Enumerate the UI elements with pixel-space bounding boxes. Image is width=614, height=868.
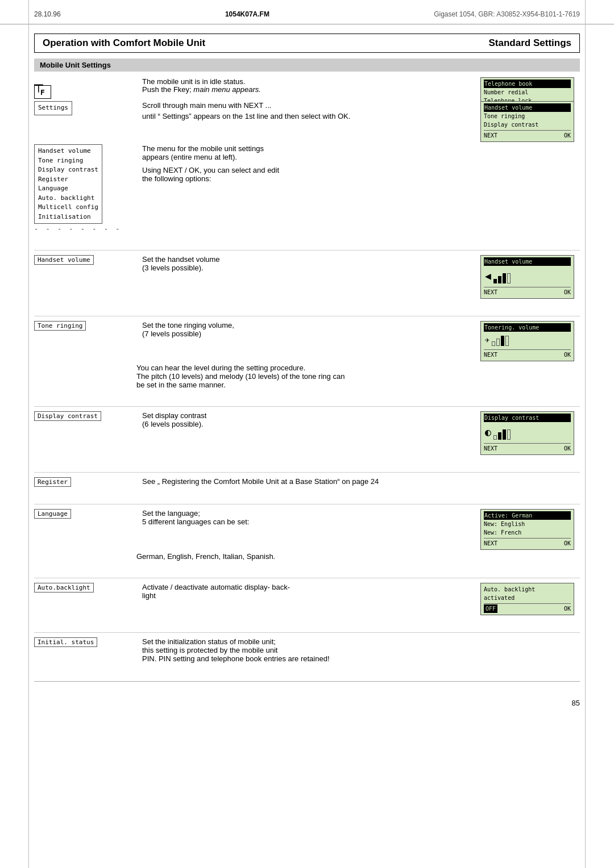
fkey-text: Push the Fkey; main menu appears. (136, 85, 475, 94)
section-header: Mobile Unit Settings (34, 59, 580, 72)
fkey-text2: main menu appears. (193, 85, 261, 94)
tone-ringing-label: Tone ringing (34, 321, 86, 331)
divider3 (34, 406, 580, 407)
initial-status-text: Set the initialization status of mobile … (136, 637, 475, 663)
fkey-label: F (40, 88, 45, 97)
row-language: Language Set the language; 5 different l… (34, 509, 580, 550)
menu-text2: appears (entire menu at left). (142, 153, 237, 161)
menu-item-8: Initialisation (38, 213, 91, 220)
spacer1 (34, 235, 580, 245)
language-text2: 5 different languages can be set: (142, 518, 475, 526)
scroll-left: Settings (34, 101, 136, 115)
hv-next: NEXT (484, 288, 497, 297)
register-text2: 24 (371, 477, 379, 486)
idle-text: The mobile unit is in idle status. (136, 77, 475, 86)
auto-backlight-screen-cell: Auto. backlight activated OFF OK (480, 583, 580, 615)
spacer3 (34, 391, 580, 402)
screen2-ok: OK (564, 131, 571, 140)
tr-screen-title: Tonering. volume (484, 323, 571, 332)
auto-backlight-label-cell: Auto.backlight (34, 583, 136, 592)
tr-next: NEXT (484, 350, 497, 359)
row-idle: ┬ The mobile unit is in idle status. Tel… (34, 77, 580, 82)
hv-ok: OK (564, 288, 571, 297)
title-section: Operation with Comfort Mobile Unit Stand… (34, 34, 580, 53)
tr-bar4 (505, 336, 509, 346)
menu-full-box: Handset volume Tone ringing Display cont… (34, 144, 102, 224)
spacer2 (34, 301, 580, 311)
dashed-separator: - - - - - - - - (34, 225, 136, 233)
lang-note-text: German, English, French, Italian, Spanis… (136, 552, 580, 561)
initial-status-text2: this setting is protected by the mobile … (142, 646, 475, 654)
display-contrast-text2: (6 levels possible). (142, 420, 475, 428)
fkey-cell: F (34, 85, 136, 99)
page-wrapper: 28.10.96 1054K07A.FM Gigaset 1054, GBR: … (0, 0, 614, 868)
auto-backlight-screen: Auto. backlight activated OFF OK (480, 583, 574, 615)
scroll-text: Scroll through main menu with NEXT ... u… (136, 101, 475, 120)
handset-volume-screen: Handset volume ◀ NEXT OK (480, 255, 574, 299)
hv-screen-title: Handset volume (484, 257, 571, 266)
ab-off: OFF (484, 604, 497, 613)
register-label: Register (34, 477, 71, 487)
footer-area (34, 681, 580, 682)
vertical-line-right (585, 0, 586, 868)
menu-item-5: Language (38, 185, 68, 192)
auto-backlight-text2: light (142, 591, 475, 600)
tr-bar1 (492, 341, 495, 346)
row-display-contrast: Display contrast Set display contrast (6… (34, 411, 580, 455)
spacer8 (34, 665, 580, 675)
screen2-cell: Handset volume Tone ringing Display cont… (480, 101, 580, 142)
row-menu-items: Handset volume Tone ringing Display cont… (34, 144, 580, 233)
settings-label: Settings (38, 104, 68, 111)
language-screen: Active: German New: English New: French … (480, 509, 574, 550)
dc-bar2 (498, 432, 501, 440)
menu-item-3: Display contrast (38, 166, 98, 173)
dc-bar3 (503, 429, 506, 440)
dc-bar1 (493, 435, 497, 440)
menu-text: The menu for the mobile unit settings ap… (142, 144, 475, 161)
lang-screen-line1: Active: German (484, 511, 571, 520)
row-initial-status: Initial. status Set the initialization s… (34, 637, 580, 663)
until-text: until “ Settings” appears on the 1st lin… (142, 112, 475, 120)
title-right: Standard Settings (489, 37, 571, 49)
tone-ringing-label-cell: Tone ringing (34, 321, 136, 331)
initial-status-label-cell: Initial. status (34, 637, 136, 647)
dc-screen-title: Display contrast (484, 414, 571, 422)
handset-volume-label: Handset volume (34, 255, 94, 265)
tr-ok: OK (564, 350, 571, 359)
handset-volume-screen-cell: Handset volume ◀ NEXT OK (480, 255, 580, 299)
title-left: Operation with Comfort Mobile Unit (43, 37, 205, 49)
hv-bar3 (503, 273, 506, 283)
tr-bars: ✈ (484, 332, 571, 348)
tr-screen-bottom: NEXT OK (484, 349, 571, 359)
row-auto-backlight: Auto.backlight Activate / deactivate aut… (34, 583, 580, 615)
auto-backlight-text: Activate / deactivate automatic display-… (136, 583, 475, 600)
scroll-text-content: Scroll through main menu with NEXT ... (142, 101, 475, 110)
language-label-cell: Language (34, 509, 136, 519)
hv-bar1 (493, 279, 497, 283)
main-content: ┬ The mobile unit is in idle status. Tel… (34, 77, 580, 675)
lang-next: NEXT (484, 539, 497, 548)
tone-ringing-text: Set the tone ringing volume, (7 levels p… (136, 321, 475, 338)
handset-volume-text: Set the handset volume (3 levels possibl… (136, 255, 475, 272)
spacer6 (34, 563, 580, 573)
divider7 (34, 632, 580, 633)
row-register: Register See „ Registering the Comfort M… (34, 477, 580, 487)
menu-items-cell: Handset volume Tone ringing Display cont… (34, 144, 136, 233)
menu-text1: The menu for the mobile unit settings (142, 144, 264, 153)
screen2: Handset volume Tone ringing Display cont… (480, 101, 574, 142)
handset-volume-text1: Set the handset volume (142, 255, 475, 264)
hv-bar2 (498, 276, 501, 283)
dc-bar4 (507, 429, 511, 440)
display-contrast-label-cell: Display contrast (34, 411, 136, 421)
handset-volume-label-cell: Handset volume (34, 255, 136, 265)
divider6 (34, 578, 580, 578)
row-scroll: Settings Scroll through main menu with N… (34, 101, 580, 142)
screen2-line3: Display contrast (484, 120, 571, 129)
register-label-cell: Register (34, 477, 136, 487)
tone-ringing-text1: Set the tone ringing volume, (142, 321, 475, 329)
row-handset-volume: Handset volume Set the handset volume (3… (34, 255, 580, 299)
menu-item-4: Register (38, 176, 68, 183)
display-contrast-text1: Set display contrast (142, 411, 475, 420)
tone-notes-text: You can hear the level during the settin… (136, 364, 580, 389)
divider4 (34, 472, 580, 473)
